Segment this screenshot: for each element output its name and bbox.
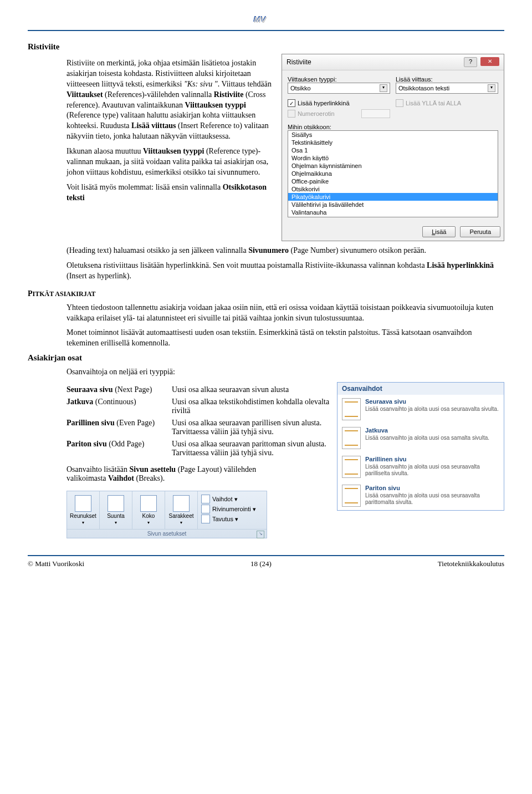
which-heading-label: Mihin otsikkoon: <box>288 124 498 130</box>
osanvaihdot-menu: Osanvaihdot Seuraava sivuLisää osanvaiht… <box>337 382 504 511</box>
page-layout-ribbon: Reunukset▾Suunta▾Koko▾Sarakkeet▾ Vaihdot… <box>66 491 267 538</box>
osanvaihdot-title: Osanvaihdot <box>337 383 504 395</box>
pitkat-asiakirjat-heading: PITKÄT ASIAKIRJAT <box>28 289 504 298</box>
ribbon-button[interactable]: Koko▾ <box>132 491 165 529</box>
section-break-icon <box>342 427 361 449</box>
list-item[interactable]: Valintanauha <box>288 208 498 216</box>
insert-reference-combo[interactable]: Otsikkotason teksti ▾ <box>396 83 498 94</box>
logo: MVMV <box>252 11 280 28</box>
help-button[interactable]: ? <box>464 57 477 67</box>
page-header: MVMV <box>28 11 504 31</box>
osanvaihto-item[interactable]: Pariton sivuLisää osanvaihto ja aloita u… <box>337 481 504 510</box>
paragraph: Osanvaihto lisätään Sivun asettelu (Page… <box>66 465 266 483</box>
footer-page: 18 (24) <box>250 559 272 568</box>
ribbon-button[interactable]: Reunukset▾ <box>67 491 100 529</box>
chevron-down-icon: ▾ <box>488 84 495 92</box>
ribbon-icon <box>75 495 91 512</box>
ribbon-button[interactable]: Sarakkeet▾ <box>165 491 198 529</box>
paragraph: Yhteen tiedostoon tallennettu asiakirja … <box>66 303 504 324</box>
section-break-icon <box>342 485 361 507</box>
list-item[interactable]: Osa 1 <box>288 146 498 154</box>
list-item[interactable]: Ohjelman käynnistäminen <box>288 162 498 170</box>
ribbon-item[interactable]: Rivinumerointi ▾ <box>201 505 263 513</box>
reference-type-label: Viittauksen tyyppi: <box>288 76 390 83</box>
dialog-launcher-icon[interactable]: ↘ <box>257 531 264 538</box>
footer-author: © Matti Vuorikoski <box>28 559 84 568</box>
list-item[interactable]: Ohjelmaikkuna <box>288 170 498 177</box>
ribbon-item[interactable]: Tavutus ▾ <box>201 515 263 523</box>
ristiviite-heading: Ristiviite <box>28 42 504 52</box>
cancel-button[interactable]: Peruuta <box>460 226 500 237</box>
ribbon-icon <box>140 495 157 512</box>
list-item[interactable]: Wordin käyttö <box>288 154 498 162</box>
osanvaihto-item[interactable]: JatkuvaLisää osanvaihto ja aloita uusi o… <box>337 424 504 452</box>
mini-icon <box>201 505 210 513</box>
paragraph: Osanvaihtoja on neljää eri tyyppiä: <box>66 367 504 378</box>
num-separator-checkbox: Numeroerotin <box>288 109 390 118</box>
close-button[interactable]: ✕ <box>480 57 499 66</box>
insert-hyperlink-checkbox[interactable]: ✓ Lisää hyperlinkkinä <box>288 99 390 107</box>
ristiviite-dialog: Ristiviite ? ✕ Viittauksen tyyppi: Otsik… <box>282 54 504 241</box>
def-row: Seuraava sivu (Next Page)Uusi osa alkaa … <box>66 385 331 394</box>
insert-reference-label: Lisää viittaus: <box>396 76 498 83</box>
mini-icon <box>201 515 210 523</box>
osanvaihto-item[interactable]: Parillinen sivuLisää osanvaihto ja aloit… <box>337 452 504 481</box>
list-item[interactable]: Office-painike <box>288 177 498 185</box>
ribbon-icon <box>173 495 190 512</box>
list-item[interactable]: Sisällys <box>288 131 498 139</box>
ribbon-button[interactable]: Suunta▾ <box>100 491 132 529</box>
paragraph: (Heading text) haluamasi otsikko ja sen … <box>66 246 504 256</box>
page-footer: © Matti Vuorikoski 18 (24) Tietotekniikk… <box>28 555 504 568</box>
include-above-checkbox: Lisää YLLÄ tai ALLA <box>396 99 498 107</box>
def-row: Pariton sivu (Odd Page)Uusi osa alkaa se… <box>66 440 331 457</box>
ribbon-icon <box>108 495 124 512</box>
paragraph: Ikkunan alaosa muuttuu Viittauksen tyypp… <box>66 146 276 178</box>
section-break-icon <box>342 456 361 478</box>
paragraph: Ristiviite on merkintä, joka ohjaa etsim… <box>66 58 276 142</box>
asiakirjan-osat-heading: Asiakirjan osat <box>28 353 504 363</box>
dialog-titlebar: Ristiviite ? ✕ <box>282 54 504 70</box>
ribbon-group-label: Sivun asetukset ↘ <box>67 529 267 538</box>
section-break-icon <box>342 398 361 420</box>
list-item[interactable]: Pikatyökalurivi <box>288 193 498 201</box>
list-item[interactable]: Tekstinkäsittely <box>288 139 498 146</box>
def-row: Jatkuva (Continuous)Uusi osa alkaa tekst… <box>66 398 331 415</box>
list-item[interactable]: Otsikkorivi <box>288 185 498 193</box>
ribbon-item[interactable]: Vaihdot ▾ <box>201 495 263 503</box>
footer-course: Tietotekniikkakoulutus <box>438 559 504 568</box>
mini-icon <box>201 495 210 503</box>
svg-text:MV: MV <box>254 15 267 24</box>
list-item[interactable]: Välilehtirivi ja lisävälilehdet <box>288 201 498 208</box>
chevron-down-icon: ▾ <box>380 84 387 92</box>
osanvaihto-item[interactable]: Seuraava sivuLisää osanvaihto ja aloita … <box>337 395 504 424</box>
insert-button[interactable]: Lisää <box>422 226 456 237</box>
reference-type-combo[interactable]: Otsikko ▾ <box>288 83 390 94</box>
def-row: Parillinen sivu (Even Page)Uusi osa alka… <box>66 419 331 436</box>
paragraph: Monet toiminnot lisäävät automaattisesti… <box>66 328 504 349</box>
heading-listbox[interactable]: SisällysTekstinkäsittelyOsa 1 Wordin käy… <box>288 130 498 217</box>
paragraph: Oletuksena ristiviittaus lisätään hyperl… <box>66 261 504 282</box>
paragraph: Voit lisätä myös molemmat: lisää ensin v… <box>66 182 276 203</box>
